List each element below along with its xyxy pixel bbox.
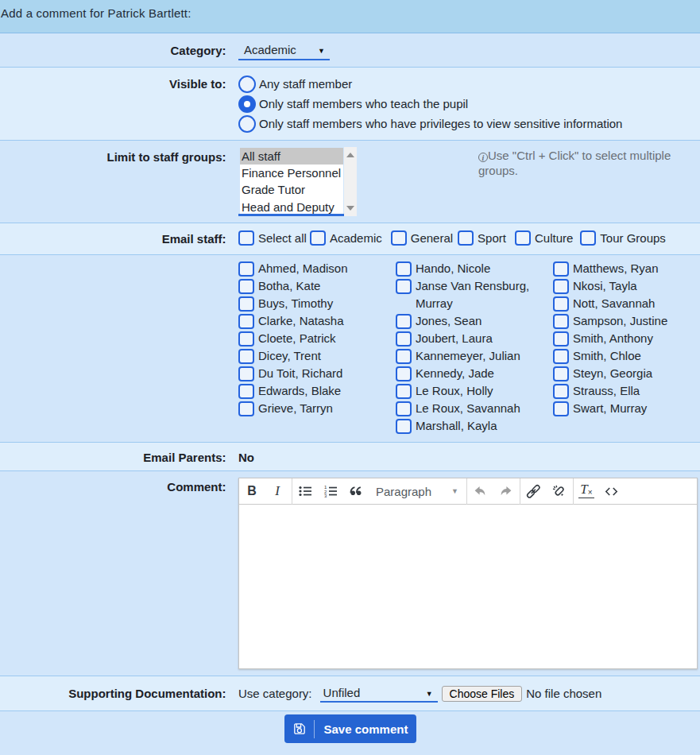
svg-text:3: 3 <box>324 494 327 498</box>
